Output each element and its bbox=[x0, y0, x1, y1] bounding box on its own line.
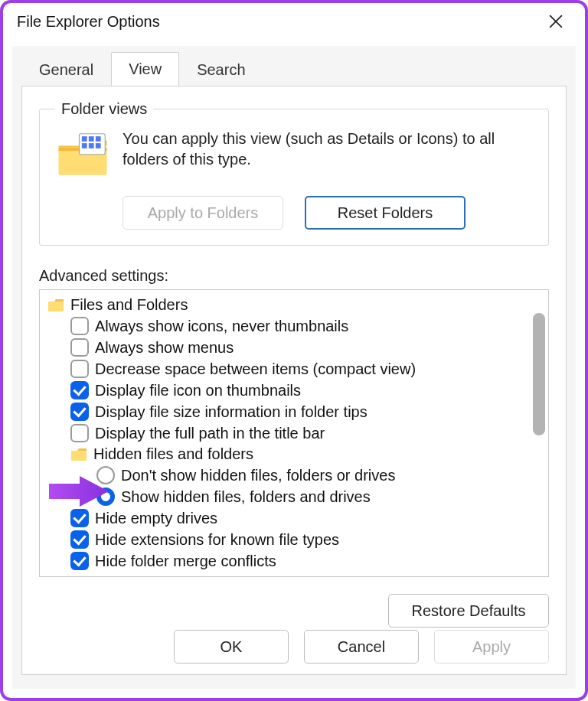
folder-icon bbox=[47, 298, 64, 312]
option-label: Always show menus bbox=[95, 339, 234, 357]
checkbox-icon bbox=[70, 530, 89, 549]
folder-icon bbox=[70, 448, 87, 461]
tabs: General View Search bbox=[12, 46, 576, 86]
apply-button: Apply bbox=[434, 630, 549, 664]
svg-rect-5 bbox=[89, 136, 94, 142]
window-title: File Explorer Options bbox=[17, 13, 160, 31]
titlebar: File Explorer Options bbox=[3, 3, 585, 40]
checkbox-icon bbox=[70, 509, 89, 527]
scrollbar-thumb[interactable] bbox=[533, 313, 545, 435]
svg-rect-7 bbox=[82, 143, 87, 148]
option-full-path-titlebar[interactable]: Display the full path in the title bar bbox=[43, 422, 548, 444]
checkbox-icon bbox=[70, 317, 89, 335]
apply-to-folders-button: Apply to Folders bbox=[122, 196, 283, 230]
checkbox-icon bbox=[70, 424, 89, 442]
ok-button[interactable]: OK bbox=[174, 630, 289, 664]
client-area: General View Search Folder views bbox=[12, 46, 576, 689]
checkbox-icon bbox=[70, 338, 89, 357]
svg-rect-6 bbox=[96, 136, 101, 142]
close-button[interactable] bbox=[541, 6, 571, 37]
tree-group-label: Hidden files and folders bbox=[93, 445, 253, 463]
svg-rect-4 bbox=[82, 136, 87, 142]
option-label: Decrease space between items (compact vi… bbox=[95, 360, 416, 378]
svg-rect-8 bbox=[89, 143, 94, 148]
dialog-window: File Explorer Options General View Searc… bbox=[0, 0, 588, 701]
tree-group-hidden-files: Hidden files and folders bbox=[43, 444, 548, 465]
option-compact-view[interactable]: Decrease space between items (compact vi… bbox=[43, 358, 548, 380]
folder-views-description: You can apply this view (such as Details… bbox=[122, 129, 533, 170]
option-label: Display file icon on thumbnails bbox=[95, 382, 301, 399]
advanced-settings-label: Advanced settings: bbox=[39, 267, 549, 285]
svg-rect-11 bbox=[71, 451, 87, 461]
tree-group-label: Files and Folders bbox=[70, 296, 188, 314]
option-always-show-icons[interactable]: Always show icons, never thumbnails bbox=[43, 315, 548, 337]
dialog-buttons: OK Cancel Apply bbox=[174, 630, 549, 664]
reset-folders-button[interactable]: Reset Folders bbox=[305, 196, 466, 230]
option-hide-empty-drives[interactable]: Hide empty drives bbox=[43, 507, 548, 529]
folder-views-legend: Folder views bbox=[55, 100, 153, 118]
option-always-show-menus[interactable]: Always show menus bbox=[43, 337, 548, 358]
option-label: Always show icons, never thumbnails bbox=[95, 318, 348, 335]
svg-rect-10 bbox=[48, 302, 64, 311]
advanced-settings-tree[interactable]: Files and Folders Always show icons, nev… bbox=[39, 289, 549, 577]
checkbox-icon bbox=[70, 552, 89, 570]
option-label: Hide empty drives bbox=[95, 510, 217, 527]
radio-icon bbox=[96, 466, 115, 484]
option-hide-extensions[interactable]: Hide extensions for known file types bbox=[43, 529, 548, 550]
option-file-icon-thumbnails[interactable]: Display file icon on thumbnails bbox=[43, 380, 548, 401]
tab-search[interactable]: Search bbox=[179, 53, 263, 86]
tab-panel-view: Folder views bbox=[21, 86, 567, 675]
option-label: Display file size information in folder … bbox=[95, 403, 368, 421]
checkbox-icon bbox=[70, 381, 89, 399]
cancel-button[interactable]: Cancel bbox=[304, 630, 419, 664]
close-icon bbox=[549, 15, 563, 28]
checkbox-icon bbox=[70, 360, 89, 378]
option-label: Don't show hidden files, folders or driv… bbox=[121, 467, 395, 484]
option-file-size-tips[interactable]: Display file size information in folder … bbox=[43, 401, 548, 422]
option-label: Hide extensions for known file types bbox=[95, 531, 339, 549]
radio-icon bbox=[96, 487, 115, 506]
option-label: Show hidden files, folders and drives bbox=[121, 488, 371, 506]
folder-views-group: Folder views bbox=[39, 100, 549, 246]
option-label: Display the full path in the title bar bbox=[95, 425, 325, 442]
tree-group-files-and-folders: Files and Folders bbox=[43, 295, 548, 315]
option-show-hidden[interactable]: Show hidden files, folders and drives bbox=[43, 486, 548, 507]
option-label: Hide folder merge conflicts bbox=[95, 553, 276, 570]
svg-rect-9 bbox=[96, 143, 101, 148]
option-dont-show-hidden[interactable]: Don't show hidden files, folders or driv… bbox=[43, 465, 548, 486]
restore-defaults-button[interactable]: Restore Defaults bbox=[388, 594, 549, 628]
checkbox-icon bbox=[70, 403, 89, 421]
option-hide-merge-conflicts[interactable]: Hide folder merge conflicts bbox=[43, 550, 548, 572]
tab-general[interactable]: General bbox=[21, 53, 111, 86]
folder-views-icon bbox=[55, 129, 110, 184]
tab-view[interactable]: View bbox=[111, 52, 179, 86]
